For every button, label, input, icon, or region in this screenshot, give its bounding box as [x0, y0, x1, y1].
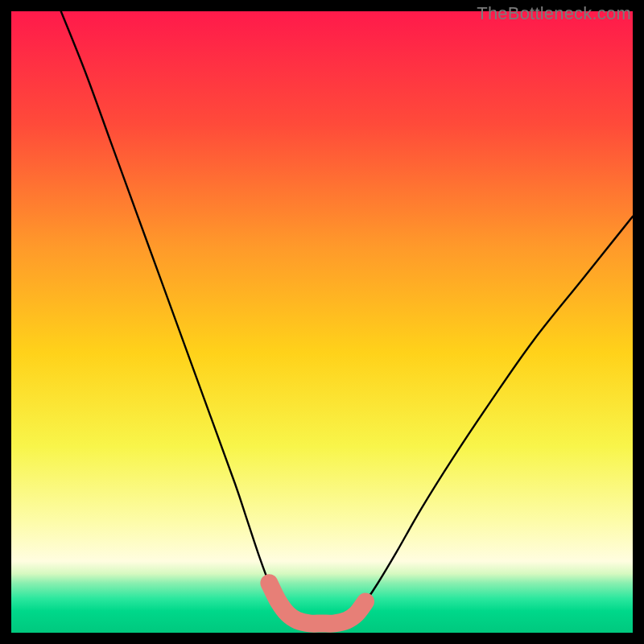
chart-frame [11, 11, 633, 633]
gradient-background [11, 11, 633, 633]
bottleneck-chart [11, 11, 633, 633]
watermark-text: TheBottleneck.com [477, 3, 631, 24]
